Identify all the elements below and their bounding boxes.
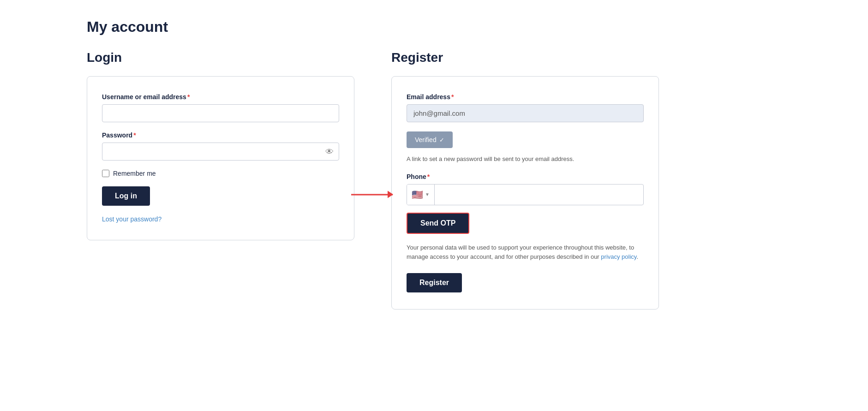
privacy-text: Your personal data will be used to suppo… xyxy=(407,243,644,262)
username-form-group: Username or email address* xyxy=(102,93,339,122)
flag-chevron-icon: ▼ xyxy=(425,192,430,197)
register-button[interactable]: Register xyxy=(407,273,462,292)
register-form-card: Email address* Verified ✓ A link to set … xyxy=(391,76,659,310)
remember-me-checkbox[interactable] xyxy=(102,170,109,177)
password-input[interactable] xyxy=(102,143,339,161)
privacy-policy-link[interactable]: privacy policy xyxy=(601,253,636,260)
page-title: My account xyxy=(87,18,781,36)
username-required-star: * xyxy=(187,93,190,101)
columns-wrapper: Login Username or email address* Passwor… xyxy=(87,50,781,310)
username-input[interactable] xyxy=(102,104,339,122)
phone-required-star: * xyxy=(427,173,430,180)
email-hint-text: A link to set a new password will be sen… xyxy=(407,155,644,164)
register-section-title: Register xyxy=(391,50,659,65)
phone-label: Phone* xyxy=(407,173,644,180)
phone-number-input[interactable] xyxy=(435,186,643,203)
verified-group: Verified ✓ A link to set a new password … xyxy=(407,131,644,164)
us-flag-icon: 🇺🇸 xyxy=(412,189,423,200)
send-otp-button[interactable]: Send OTP xyxy=(407,213,469,234)
email-form-group: Email address* xyxy=(407,93,644,122)
phone-flag-selector[interactable]: 🇺🇸 ▼ xyxy=(407,185,435,205)
lost-password-link[interactable]: Lost your password? xyxy=(102,215,162,223)
login-form-card: Username or email address* Password* 👁 xyxy=(87,76,354,240)
login-section-title: Login xyxy=(87,50,354,65)
email-required-star: * xyxy=(451,93,454,101)
login-button[interactable]: Log in xyxy=(102,186,150,206)
phone-input-container: 🇺🇸 ▼ xyxy=(407,184,644,205)
register-section: Register Email address* Verified ✓ A lin… xyxy=(391,50,659,310)
email-label: Email address* xyxy=(407,93,644,101)
phone-input-wrapper: 🇺🇸 ▼ xyxy=(407,184,644,205)
remember-me-row: Remember me xyxy=(102,170,339,177)
verified-button[interactable]: Verified ✓ xyxy=(407,131,453,148)
verified-checkmark-icon: ✓ xyxy=(439,137,444,143)
password-required-star: * xyxy=(133,131,136,139)
password-form-group: Password* 👁 xyxy=(102,131,339,161)
page-container: My account Login Username or email addre… xyxy=(0,0,868,328)
username-label: Username or email address* xyxy=(102,93,339,101)
login-section: Login Username or email address* Passwor… xyxy=(87,50,354,240)
phone-form-group: Phone* 🇺🇸 ▼ xyxy=(407,173,644,205)
remember-me-label: Remember me xyxy=(113,170,156,177)
toggle-password-icon[interactable]: 👁 xyxy=(325,147,334,156)
red-arrow-indicator xyxy=(351,194,393,195)
password-label: Password* xyxy=(102,131,339,139)
email-input[interactable] xyxy=(407,104,644,122)
password-wrapper: 👁 xyxy=(102,143,339,161)
